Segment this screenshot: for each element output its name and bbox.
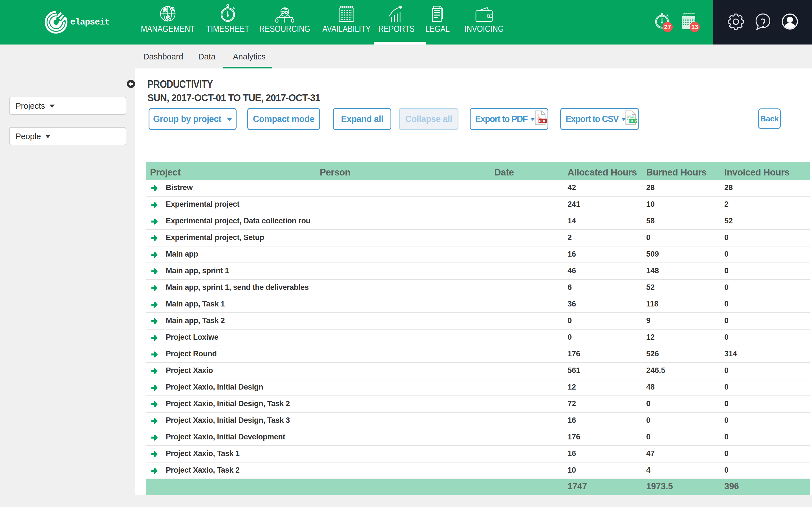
- svg-text:CSV: CSV: [629, 119, 637, 123]
- svg-text:PDF: PDF: [539, 119, 546, 123]
